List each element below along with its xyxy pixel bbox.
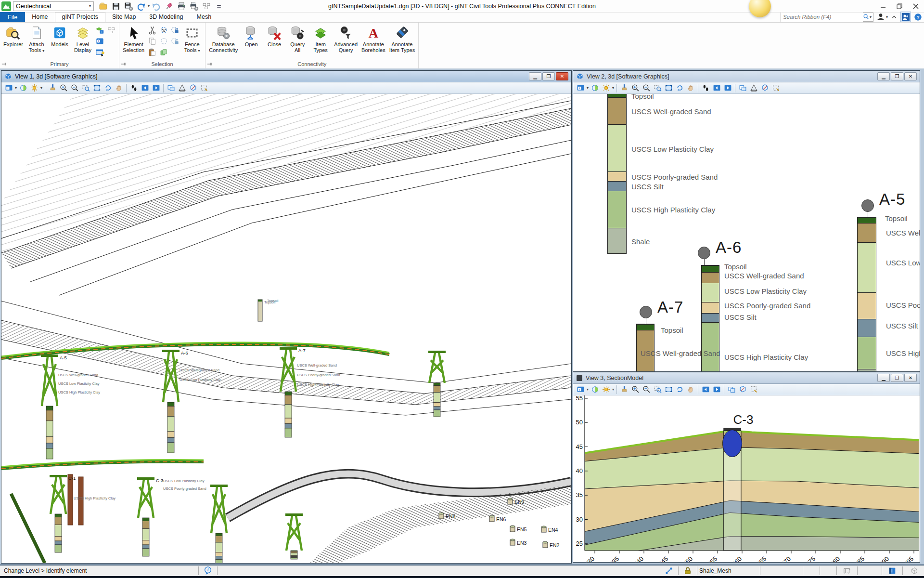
view3-zoom-out-button[interactable] — [641, 384, 652, 394]
dropdown-arrow-icon[interactable]: ▾ — [40, 86, 42, 90]
view3-update-view-button[interactable] — [619, 384, 629, 394]
view1-title-bar[interactable]: View 1, 3d [Software Graphics] ▁ ❐ ✕ — [1, 71, 571, 82]
view1-display-style-button[interactable] — [18, 83, 28, 93]
view3-view-attributes-button[interactable]: i — [575, 384, 586, 394]
undo-button[interactable] — [135, 1, 147, 12]
select-unlock-button[interactable] — [169, 36, 180, 46]
select-all-button[interactable] — [158, 25, 169, 35]
dropdown-arrow-icon[interactable]: ▾ — [612, 387, 614, 392]
element-selection-button[interactable]: ElementSelection — [121, 24, 146, 53]
dropdown-arrow-icon[interactable]: ▾ — [15, 86, 17, 90]
connect-signin-button[interactable] — [900, 12, 911, 22]
more-button[interactable] — [213, 1, 225, 12]
advanced-query-button[interactable]: AdvancedQuery — [333, 24, 359, 53]
query-all-button[interactable]: QueryAll — [286, 24, 308, 53]
view1-window-area-button[interactable] — [80, 83, 91, 93]
view3-display-style-button[interactable] — [590, 384, 600, 394]
paste-special-button[interactable] — [158, 47, 169, 57]
view2-title-bar[interactable]: View 2, 3d [Software Graphics] ▁ ❐ ✕ — [573, 71, 920, 82]
copy-button[interactable] — [147, 36, 157, 46]
view3-rotate-view-button[interactable] — [674, 384, 685, 394]
dropdown-arrow-icon[interactable]: ▾ — [587, 86, 589, 90]
models-button[interactable]: Models — [49, 24, 71, 48]
view2-copy-view-button[interactable] — [737, 83, 748, 93]
annotate-item-types-button[interactable]: AnnotateItem Types — [388, 24, 417, 53]
view2-clip-volume-button[interactable] — [748, 83, 759, 93]
view2-minimize-button[interactable]: ▁ — [877, 72, 890, 80]
popup-window-button[interactable] — [95, 47, 105, 57]
view2-clip-apply-button[interactable] — [770, 83, 781, 93]
view1-zoom-in-button[interactable] — [58, 83, 69, 93]
fence-tools-button[interactable]: FenceTools ▾ — [181, 24, 203, 54]
redo-button[interactable] — [151, 1, 162, 12]
open-button[interactable]: Open — [240, 24, 262, 48]
view1-fit-view-button[interactable] — [91, 83, 102, 93]
view1-brightness-button[interactable] — [29, 83, 39, 93]
view3-copy-view-button[interactable] — [726, 384, 737, 394]
locks-button[interactable] — [680, 565, 695, 576]
view1-clip-volume-button[interactable] — [177, 83, 187, 93]
minimize-ribbon-button[interactable] — [891, 13, 898, 20]
minimize-button[interactable] — [875, 0, 891, 12]
grid-dd-button[interactable] — [106, 25, 117, 35]
close-button[interactable] — [908, 0, 924, 12]
view1-view-prev-button[interactable] — [140, 83, 150, 93]
attach-tools-button[interactable]: AttachTools ▾ — [26, 24, 48, 54]
view1-update-view-button[interactable] — [47, 83, 58, 93]
view1-clip-apply-button[interactable] — [199, 83, 209, 93]
view1-zoom-out-button[interactable] — [69, 83, 80, 93]
view3-title-bar[interactable]: View 3, SectionModel ▁ ❐ ✕ — [573, 372, 920, 384]
tab-gint-projects[interactable]: gINT Projects — [55, 12, 106, 22]
element-template-button[interactable] — [905, 565, 924, 576]
view1-content[interactable]: A-5A-6A-7C-1C-3 EN9EN8EN6EN5EN4EN3EN2 US… — [1, 94, 571, 563]
borehole-marker-a-5[interactable] — [861, 199, 874, 212]
borehole-column-a-7[interactable] — [636, 324, 654, 371]
select-lock-button[interactable] — [169, 25, 180, 35]
select-none-button[interactable] — [158, 36, 169, 46]
ribbon-search-input[interactable] — [781, 13, 863, 22]
borehole-column-a-5[interactable] — [857, 217, 876, 371]
user-account-button[interactable]: ▾ — [876, 13, 888, 21]
level-manager-button[interactable]: i — [95, 25, 105, 35]
view2-rotate-view-button[interactable] — [674, 83, 685, 93]
close-button[interactable]: Close — [263, 24, 285, 48]
save-settings-button[interactable] — [123, 1, 134, 12]
save-button[interactable] — [110, 1, 122, 12]
pin-button[interactable] — [163, 1, 175, 12]
view2-window-area-button[interactable] — [652, 83, 663, 93]
workflow-selector[interactable]: Geotechnical ▾ — [13, 1, 94, 11]
view2-clip-mask-button[interactable] — [759, 83, 770, 93]
borehole-marker-a-6[interactable] — [698, 247, 710, 259]
view2-content[interactable]: TopsoilUSCS Well-graded SandUSCS Low Pla… — [573, 94, 920, 371]
view2-fit-view-button[interactable] — [663, 83, 674, 93]
view3-content[interactable]: C-35550454035302523023524024525025526026… — [573, 395, 920, 562]
tab-mesh[interactable]: Mesh — [190, 12, 218, 22]
prompt-info-button[interactable]: i — [201, 565, 215, 576]
open-file-button[interactable] — [98, 1, 109, 12]
view1-clip-mask-button[interactable] — [188, 83, 198, 93]
view2-walk-button[interactable] — [700, 83, 711, 93]
view3-view-next-button[interactable] — [711, 384, 722, 394]
tab-3d-modeling[interactable]: 3D Modeling — [142, 12, 190, 22]
view1-restore-button[interactable]: ❐ — [542, 72, 555, 80]
view1-close-button[interactable]: ✕ — [556, 72, 568, 80]
named-boundary-button[interactable] — [201, 1, 212, 12]
view1-rotate-view-button[interactable] — [103, 83, 113, 93]
view3-restore-button[interactable]: ❐ — [891, 374, 903, 382]
group-pin-icon[interactable] — [207, 61, 213, 67]
print-button[interactable] — [176, 1, 187, 12]
view1-copy-view-button[interactable] — [166, 83, 176, 93]
print-preview-button[interactable] — [188, 1, 200, 12]
snap-mode-button[interactable] — [662, 565, 676, 576]
view3-zoom-in-button[interactable] — [630, 384, 641, 394]
design-history-button[interactable] — [884, 565, 900, 576]
view2-close-button[interactable]: ✕ — [904, 72, 917, 80]
view3-clip-mask-button[interactable] — [737, 384, 748, 394]
view2-pan-button[interactable] — [685, 83, 696, 93]
section-borehole-marker[interactable] — [723, 430, 742, 457]
view1-pan-button[interactable] — [114, 83, 124, 93]
search-icon[interactable] — [863, 13, 870, 20]
tab-site-map[interactable]: Site Map — [105, 12, 142, 22]
dropdown-arrow-icon[interactable]: ▾ — [587, 387, 589, 392]
database-connectivity-button[interactable]: DatabaseConnectivity — [207, 24, 239, 53]
